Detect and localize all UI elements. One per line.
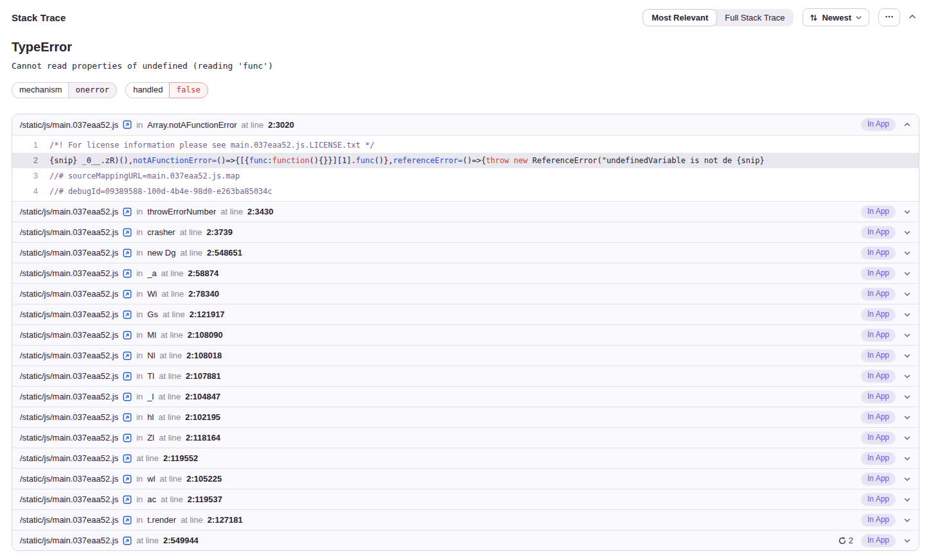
- chevron-up-icon: [908, 12, 917, 23]
- frame-chevron-icon[interactable]: [903, 393, 911, 401]
- code-line: 2 {snip} _0__.zR)(),notAFunctionError=()…: [12, 153, 919, 168]
- stack-trace-header: Stack Trace Most Relevant Full Stack Tra…: [12, 8, 919, 26]
- frame-function: crasher: [147, 227, 175, 237]
- frame-chevron-icon[interactable]: [903, 331, 911, 339]
- frame-path: /static/js/main.037eaa52.js: [20, 330, 118, 340]
- external-link-icon[interactable]: [123, 290, 132, 299]
- stack-frame-row[interactable]: /static/js/main.037eaa52.js in _a at lin…: [12, 263, 919, 283]
- frame-function: _l: [147, 392, 154, 401]
- external-link-icon[interactable]: [123, 120, 132, 129]
- frame-line-number: 2:127181: [208, 515, 243, 525]
- stack-frame-row[interactable]: /static/js/main.037eaa52.js in Gs at lin…: [12, 304, 919, 324]
- chevron-down-icon: [855, 14, 862, 21]
- frame-chevron-icon[interactable]: [903, 352, 911, 360]
- code-line: 4 //# debugId=09389588-100d-4b4e-98d0-e2…: [12, 184, 919, 199]
- frame-line-number: 2:121917: [190, 310, 225, 319]
- frame-line-number: 2:104847: [185, 392, 220, 401]
- in-label: in: [136, 351, 143, 360]
- in-app-badge: In App: [861, 473, 896, 486]
- stack-frame-row[interactable]: /static/js/main.037eaa52.js in ac at lin…: [12, 489, 919, 509]
- stack-frame-row[interactable]: /static/js/main.037eaa52.js at line 2:54…: [12, 530, 919, 550]
- at-line-label: at line: [159, 371, 181, 381]
- stack-frame-row[interactable]: /static/js/main.037eaa52.js in t.render …: [12, 509, 919, 530]
- in-label: in: [136, 433, 143, 442]
- frame-chevron-icon[interactable]: [903, 229, 911, 236]
- repeat-count: 2: [849, 536, 853, 545]
- ellipsis-icon: [885, 12, 894, 23]
- code-line-number: 1: [12, 137, 49, 153]
- external-link-icon[interactable]: [123, 475, 132, 484]
- frame-chevron-icon[interactable]: [903, 311, 911, 319]
- external-link-icon[interactable]: [123, 351, 132, 360]
- code-line-source: {snip} _0__.zR)(),notAFunctionError=()=>…: [49, 153, 765, 168]
- external-link-icon[interactable]: [123, 372, 132, 381]
- frame-chevron-icon[interactable]: [903, 372, 911, 380]
- external-link-icon[interactable]: [123, 495, 132, 504]
- external-link-icon[interactable]: [123, 516, 132, 525]
- code-line-number: 2: [12, 153, 49, 168]
- toggle-full-stack-trace[interactable]: Full Stack Trace: [716, 10, 793, 26]
- external-link-icon[interactable]: [123, 249, 132, 258]
- stack-frame-row[interactable]: /static/js/main.037eaa52.js in Ml at lin…: [12, 324, 919, 345]
- in-app-badge: In App: [861, 308, 896, 321]
- sort-arrows-icon: [810, 13, 818, 22]
- external-link-icon[interactable]: [123, 207, 132, 216]
- stack-frame-row[interactable]: /static/js/main.037eaa52.js in _l at lin…: [12, 386, 919, 407]
- in-app-badge: In App: [861, 329, 896, 342]
- at-line-label: at line: [220, 207, 243, 216]
- stack-frame-row[interactable]: /static/js/main.037eaa52.js in Tl at lin…: [12, 365, 919, 386]
- frame-chevron-icon[interactable]: [903, 290, 911, 298]
- collapse-section-button[interactable]: [905, 10, 919, 26]
- frame-chevron-icon[interactable]: [903, 434, 911, 442]
- stack-frame-row[interactable]: /static/js/main.037eaa52.js in throwErro…: [12, 201, 919, 222]
- frame-path: /static/js/main.037eaa52.js: [20, 371, 118, 381]
- external-link-icon[interactable]: [123, 454, 132, 463]
- in-app-badge: In App: [861, 226, 896, 239]
- in-app-badge: In App: [861, 493, 896, 506]
- sort-newest-button[interactable]: Newest: [802, 8, 869, 26]
- frame-chevron-icon[interactable]: [903, 414, 911, 421]
- frame-function: Zl: [147, 433, 154, 442]
- stack-frame-row[interactable]: /static/js/main.037eaa52.js at line 2:11…: [12, 448, 919, 468]
- in-app-badge: In App: [861, 247, 896, 259]
- in-label: in: [136, 515, 143, 525]
- frame-chevron-icon[interactable]: [903, 455, 911, 462]
- stack-frame-row[interactable]: /static/js/main.037eaa52.js in wl at lin…: [12, 468, 919, 489]
- frame-chevron-icon[interactable]: [903, 537, 911, 545]
- frame-chevron-icon[interactable]: [903, 270, 911, 277]
- stack-frame-row[interactable]: /static/js/main.037eaa52.js in Nl at lin…: [12, 345, 919, 365]
- stack-frame-row[interactable]: /static/js/main.037eaa52.js in Wi at lin…: [12, 283, 919, 304]
- toggle-most-relevant[interactable]: Most Relevant: [643, 10, 716, 26]
- frame-chevron-icon[interactable]: [903, 121, 911, 128]
- stack-frame-row[interactable]: /static/js/main.037eaa52.js in Zl at lin…: [12, 427, 919, 448]
- frame-chevron-icon[interactable]: [903, 496, 911, 503]
- stack-frame-row[interactable]: /static/js/main.037eaa52.js in new Dg at…: [12, 242, 919, 263]
- stack-frame-row[interactable]: /static/js/main.037eaa52.js in hl at lin…: [12, 407, 919, 427]
- frame-chevron-icon[interactable]: [903, 475, 911, 483]
- external-link-icon[interactable]: [123, 413, 132, 422]
- external-link-icon[interactable]: [123, 331, 132, 340]
- frame-line-number: 2:549944: [163, 536, 199, 545]
- error-message: Cannot read properties of undefined (rea…: [12, 61, 919, 71]
- frame-chevron-icon[interactable]: [903, 208, 911, 216]
- more-options-button[interactable]: [878, 8, 900, 26]
- frame-chevron-icon[interactable]: [903, 516, 911, 524]
- tag-pill: handled false: [125, 82, 208, 98]
- in-app-badge: In App: [861, 390, 896, 403]
- external-link-icon[interactable]: [123, 433, 132, 442]
- in-app-badge: In App: [861, 514, 896, 527]
- external-link-icon[interactable]: [123, 392, 132, 401]
- external-link-icon[interactable]: [123, 269, 132, 278]
- frame-chevron-icon[interactable]: [903, 249, 911, 257]
- frame-line-number: 2:118164: [186, 433, 220, 442]
- stack-frame-row[interactable]: /static/js/main.037eaa52.js in crasher a…: [12, 222, 919, 242]
- external-link-icon[interactable]: [123, 310, 132, 319]
- external-link-icon[interactable]: [123, 228, 132, 237]
- frame-path: /static/js/main.037eaa52.js: [20, 207, 118, 216]
- source-code-block: 1 /*! For license information please see…: [12, 135, 919, 201]
- frame-function: new Dg: [147, 248, 175, 258]
- stack-frame-row[interactable]: /static/js/main.037eaa52.js in Array.not…: [12, 114, 919, 135]
- external-link-icon[interactable]: [123, 536, 132, 545]
- in-label: in: [136, 207, 143, 216]
- code-line-number: 3: [12, 168, 49, 184]
